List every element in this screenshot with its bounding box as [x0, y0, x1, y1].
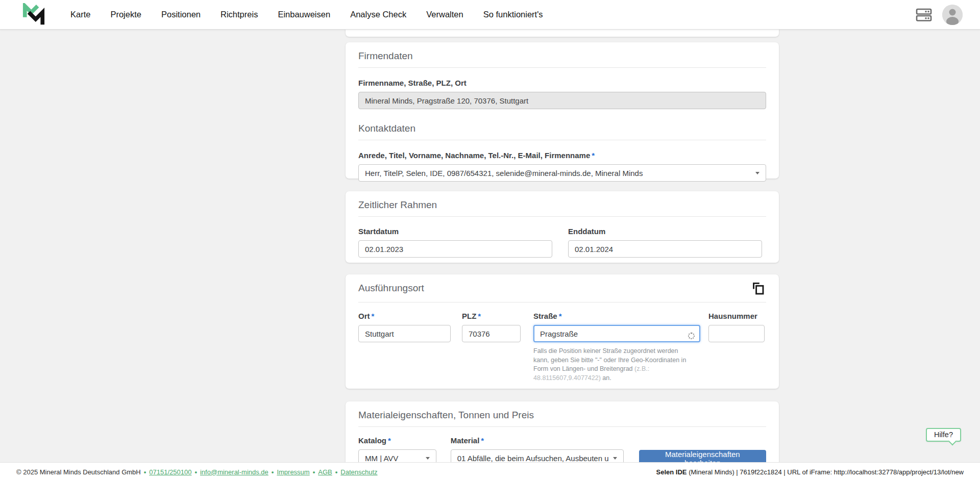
mineral-minds-logo-icon[interactable] — [21, 3, 46, 27]
strasse-input[interactable] — [533, 325, 700, 342]
nav-item-einbauweisen[interactable]: Einbauweisen — [278, 10, 330, 19]
required-asterisk: * — [372, 312, 375, 320]
timeframe-card: Zeitlicher Rahmen Startdatum Enddatum — [346, 191, 779, 263]
required-asterisk: * — [478, 312, 481, 320]
hausnummer-input[interactable] — [708, 325, 765, 342]
plz-label: PLZ* — [462, 312, 521, 321]
copy-icon[interactable] — [751, 282, 765, 296]
contact-field-label-text: Anrede, Titel, Vorname, Nachname, Tel.-N… — [358, 151, 590, 160]
firmendaten-section-title: Firmendaten — [358, 50, 766, 62]
footer-link-email[interactable]: info@mineral-minds.de — [200, 468, 268, 476]
section-divider — [358, 216, 766, 217]
strasse-label: Straße* — [533, 312, 700, 321]
required-asterisk: * — [388, 436, 391, 445]
main-navigation: Karte Projekte Positionen Richtpreis Ein… — [70, 10, 543, 19]
chevron-down-icon — [426, 457, 430, 460]
server-icon[interactable] — [915, 7, 933, 23]
section-divider — [358, 140, 766, 140]
footer-copyright: © 2025 Mineral Minds Deutschland GmbH — [16, 468, 141, 476]
nav-item-richtpreis[interactable]: Richtpreis — [220, 10, 258, 19]
nav-item-verwalten[interactable]: Verwalten — [426, 10, 463, 19]
location-card: Ausführungsort Ort* PLZ* Straße* — [346, 274, 779, 389]
nav-item-so-funktionierts[interactable]: So funktioniert's — [483, 10, 543, 19]
contact-select-value: Herr, TitelP, Selen, IDE, 0987/654321, s… — [365, 169, 751, 178]
required-asterisk: * — [481, 436, 484, 445]
section-divider — [358, 426, 766, 427]
location-section-title: Ausführungsort — [358, 283, 424, 294]
section-divider — [358, 67, 766, 68]
footer-link-impressum[interactable]: Impressum — [277, 468, 309, 476]
enddatum-input[interactable] — [568, 240, 762, 258]
startdatum-label: Startdatum — [358, 227, 552, 236]
company-field-label: Firmenname, Straße, PLZ, Ort — [358, 79, 766, 88]
user-avatar-icon[interactable] — [942, 5, 963, 25]
footer-link-phone[interactable]: 07151/250100 — [149, 468, 191, 476]
navbar-right-icons — [915, 5, 963, 25]
ort-label: Ort* — [358, 312, 451, 321]
company-contact-card: Firmendaten Firmenname, Straße, PLZ, Ort… — [346, 42, 779, 179]
katalog-select-value: MM | AVV — [365, 454, 422, 463]
kontaktdaten-section-title: Kontaktdaten — [358, 123, 766, 134]
nav-item-projekte[interactable]: Projekte — [110, 10, 141, 19]
chevron-down-icon — [755, 172, 760, 174]
required-asterisk: * — [559, 312, 562, 320]
material-label: Material* — [451, 436, 624, 445]
enddatum-label: Enddatum — [568, 227, 762, 236]
chevron-down-icon — [613, 457, 617, 460]
material-section-title: Materialeigenschaften, Tonnen und Preis — [358, 410, 766, 421]
help-button[interactable]: Hilfe? — [926, 428, 961, 442]
footer-ide-details: (Mineral Minds) | 7619f22c1824 | URL of … — [687, 468, 964, 476]
plz-input[interactable] — [462, 325, 521, 342]
footer-link-agb[interactable]: AGB — [318, 468, 332, 476]
company-readonly-input — [358, 92, 766, 109]
startdatum-input[interactable] — [358, 240, 552, 258]
nav-item-analyse-check[interactable]: Analyse Check — [350, 10, 406, 19]
material-select-value: 01 Abfälle, die beim Aufsuchen, Ausbeute… — [457, 454, 609, 463]
hausnummer-label: Hausnummer — [708, 312, 765, 321]
app-window: Karte Projekte Positionen Richtpreis Ein… — [0, 0, 980, 481]
ort-input[interactable] — [358, 325, 451, 342]
loading-spinner-icon — [688, 333, 695, 339]
contact-select[interactable]: Herr, TitelP, Selen, IDE, 0987/654321, s… — [358, 164, 766, 182]
footer-debug-info: Selen IDE (Mineral Minds) | 7619f22c1824… — [656, 468, 964, 476]
katalog-label: Katalog* — [358, 436, 436, 445]
timeframe-section-title: Zeitlicher Rahmen — [358, 199, 766, 211]
nav-item-positionen[interactable]: Positionen — [161, 10, 201, 19]
contact-field-label: Anrede, Titel, Vorname, Nachname, Tel.-N… — [358, 151, 766, 160]
section-divider — [358, 302, 766, 302]
nav-item-karte[interactable]: Karte — [70, 10, 90, 19]
footer-link-datenschutz[interactable]: Datenschutz — [340, 468, 377, 476]
footer-left: © 2025 Mineral Minds Deutschland GmbH • … — [16, 468, 378, 476]
strasse-helper-text: Falls die Position keiner Straße zugeord… — [533, 347, 693, 383]
footer-bar: © 2025 Mineral Minds Deutschland GmbH • … — [0, 462, 980, 481]
required-asterisk: * — [592, 151, 595, 160]
footer-ide-name: Selen IDE — [656, 468, 687, 476]
top-navbar: Karte Projekte Positionen Richtpreis Ein… — [0, 0, 980, 30]
